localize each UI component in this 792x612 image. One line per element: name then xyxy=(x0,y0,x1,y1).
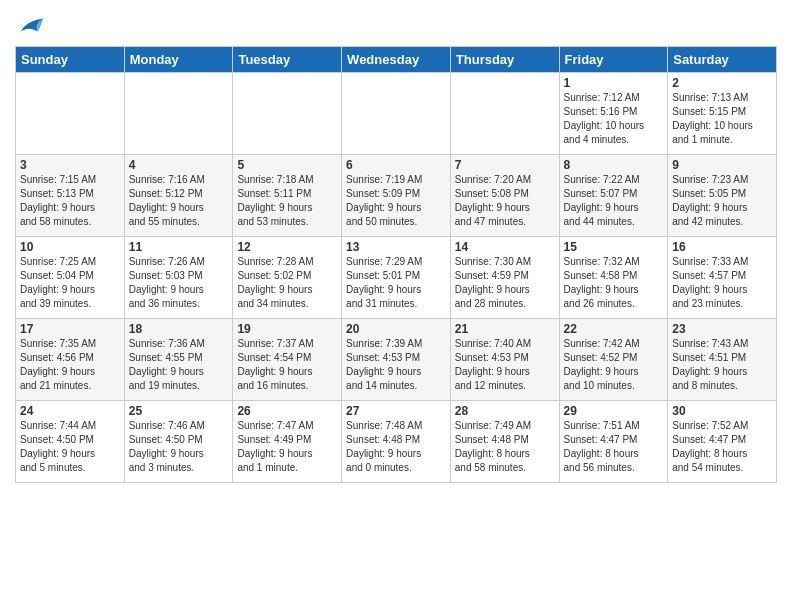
day-info: Sunrise: 7:18 AM Sunset: 5:11 PM Dayligh… xyxy=(237,173,337,229)
day-number: 14 xyxy=(455,240,555,254)
day-info: Sunrise: 7:28 AM Sunset: 5:02 PM Dayligh… xyxy=(237,255,337,311)
day-cell: 24Sunrise: 7:44 AM Sunset: 4:50 PM Dayli… xyxy=(16,401,125,483)
day-info: Sunrise: 7:30 AM Sunset: 4:59 PM Dayligh… xyxy=(455,255,555,311)
page-container: SundayMondayTuesdayWednesdayThursdayFrid… xyxy=(0,0,792,493)
day-info: Sunrise: 7:47 AM Sunset: 4:49 PM Dayligh… xyxy=(237,419,337,475)
day-cell: 6Sunrise: 7:19 AM Sunset: 5:09 PM Daylig… xyxy=(342,155,451,237)
day-cell: 23Sunrise: 7:43 AM Sunset: 4:51 PM Dayli… xyxy=(668,319,777,401)
day-cell: 18Sunrise: 7:36 AM Sunset: 4:55 PM Dayli… xyxy=(124,319,233,401)
day-number: 28 xyxy=(455,404,555,418)
day-info: Sunrise: 7:20 AM Sunset: 5:08 PM Dayligh… xyxy=(455,173,555,229)
day-cell xyxy=(342,73,451,155)
day-info: Sunrise: 7:15 AM Sunset: 5:13 PM Dayligh… xyxy=(20,173,120,229)
day-number: 7 xyxy=(455,158,555,172)
day-cell: 25Sunrise: 7:46 AM Sunset: 4:50 PM Dayli… xyxy=(124,401,233,483)
week-row-5: 24Sunrise: 7:44 AM Sunset: 4:50 PM Dayli… xyxy=(16,401,777,483)
weekday-header-friday: Friday xyxy=(559,47,668,73)
header xyxy=(15,10,777,38)
weekday-header-thursday: Thursday xyxy=(450,47,559,73)
day-cell: 11Sunrise: 7:26 AM Sunset: 5:03 PM Dayli… xyxy=(124,237,233,319)
day-info: Sunrise: 7:44 AM Sunset: 4:50 PM Dayligh… xyxy=(20,419,120,475)
day-info: Sunrise: 7:36 AM Sunset: 4:55 PM Dayligh… xyxy=(129,337,229,393)
day-info: Sunrise: 7:22 AM Sunset: 5:07 PM Dayligh… xyxy=(564,173,664,229)
day-number: 10 xyxy=(20,240,120,254)
day-cell: 5Sunrise: 7:18 AM Sunset: 5:11 PM Daylig… xyxy=(233,155,342,237)
day-cell: 10Sunrise: 7:25 AM Sunset: 5:04 PM Dayli… xyxy=(16,237,125,319)
day-number: 21 xyxy=(455,322,555,336)
day-info: Sunrise: 7:46 AM Sunset: 4:50 PM Dayligh… xyxy=(129,419,229,475)
day-number: 23 xyxy=(672,322,772,336)
day-number: 29 xyxy=(564,404,664,418)
day-info: Sunrise: 7:12 AM Sunset: 5:16 PM Dayligh… xyxy=(564,91,664,147)
day-number: 22 xyxy=(564,322,664,336)
day-info: Sunrise: 7:33 AM Sunset: 4:57 PM Dayligh… xyxy=(672,255,772,311)
day-number: 11 xyxy=(129,240,229,254)
day-cell: 15Sunrise: 7:32 AM Sunset: 4:58 PM Dayli… xyxy=(559,237,668,319)
day-info: Sunrise: 7:49 AM Sunset: 4:48 PM Dayligh… xyxy=(455,419,555,475)
day-number: 20 xyxy=(346,322,446,336)
week-row-4: 17Sunrise: 7:35 AM Sunset: 4:56 PM Dayli… xyxy=(16,319,777,401)
day-info: Sunrise: 7:48 AM Sunset: 4:48 PM Dayligh… xyxy=(346,419,446,475)
day-info: Sunrise: 7:43 AM Sunset: 4:51 PM Dayligh… xyxy=(672,337,772,393)
weekday-header-monday: Monday xyxy=(124,47,233,73)
day-cell: 17Sunrise: 7:35 AM Sunset: 4:56 PM Dayli… xyxy=(16,319,125,401)
week-row-1: 1Sunrise: 7:12 AM Sunset: 5:16 PM Daylig… xyxy=(16,73,777,155)
weekday-header-wednesday: Wednesday xyxy=(342,47,451,73)
day-cell xyxy=(450,73,559,155)
day-cell: 3Sunrise: 7:15 AM Sunset: 5:13 PM Daylig… xyxy=(16,155,125,237)
day-number: 17 xyxy=(20,322,120,336)
day-info: Sunrise: 7:16 AM Sunset: 5:12 PM Dayligh… xyxy=(129,173,229,229)
weekday-header-saturday: Saturday xyxy=(668,47,777,73)
day-number: 8 xyxy=(564,158,664,172)
day-info: Sunrise: 7:37 AM Sunset: 4:54 PM Dayligh… xyxy=(237,337,337,393)
day-info: Sunrise: 7:26 AM Sunset: 5:03 PM Dayligh… xyxy=(129,255,229,311)
day-info: Sunrise: 7:42 AM Sunset: 4:52 PM Dayligh… xyxy=(564,337,664,393)
day-info: Sunrise: 7:13 AM Sunset: 5:15 PM Dayligh… xyxy=(672,91,772,147)
day-info: Sunrise: 7:25 AM Sunset: 5:04 PM Dayligh… xyxy=(20,255,120,311)
week-row-3: 10Sunrise: 7:25 AM Sunset: 5:04 PM Dayli… xyxy=(16,237,777,319)
weekday-header-sunday: Sunday xyxy=(16,47,125,73)
day-cell: 30Sunrise: 7:52 AM Sunset: 4:47 PM Dayli… xyxy=(668,401,777,483)
day-cell: 26Sunrise: 7:47 AM Sunset: 4:49 PM Dayli… xyxy=(233,401,342,483)
day-info: Sunrise: 7:51 AM Sunset: 4:47 PM Dayligh… xyxy=(564,419,664,475)
day-cell: 22Sunrise: 7:42 AM Sunset: 4:52 PM Dayli… xyxy=(559,319,668,401)
day-cell: 19Sunrise: 7:37 AM Sunset: 4:54 PM Dayli… xyxy=(233,319,342,401)
day-number: 9 xyxy=(672,158,772,172)
calendar-table: SundayMondayTuesdayWednesdayThursdayFrid… xyxy=(15,46,777,483)
day-cell: 21Sunrise: 7:40 AM Sunset: 4:53 PM Dayli… xyxy=(450,319,559,401)
day-number: 25 xyxy=(129,404,229,418)
day-number: 5 xyxy=(237,158,337,172)
weekday-header-row: SundayMondayTuesdayWednesdayThursdayFrid… xyxy=(16,47,777,73)
day-cell: 8Sunrise: 7:22 AM Sunset: 5:07 PM Daylig… xyxy=(559,155,668,237)
day-cell: 20Sunrise: 7:39 AM Sunset: 4:53 PM Dayli… xyxy=(342,319,451,401)
day-cell: 14Sunrise: 7:30 AM Sunset: 4:59 PM Dayli… xyxy=(450,237,559,319)
day-cell: 27Sunrise: 7:48 AM Sunset: 4:48 PM Dayli… xyxy=(342,401,451,483)
day-number: 1 xyxy=(564,76,664,90)
day-number: 24 xyxy=(20,404,120,418)
day-info: Sunrise: 7:19 AM Sunset: 5:09 PM Dayligh… xyxy=(346,173,446,229)
day-number: 3 xyxy=(20,158,120,172)
day-number: 27 xyxy=(346,404,446,418)
day-info: Sunrise: 7:35 AM Sunset: 4:56 PM Dayligh… xyxy=(20,337,120,393)
day-number: 26 xyxy=(237,404,337,418)
day-number: 15 xyxy=(564,240,664,254)
day-cell: 7Sunrise: 7:20 AM Sunset: 5:08 PM Daylig… xyxy=(450,155,559,237)
day-cell: 13Sunrise: 7:29 AM Sunset: 5:01 PM Dayli… xyxy=(342,237,451,319)
day-info: Sunrise: 7:29 AM Sunset: 5:01 PM Dayligh… xyxy=(346,255,446,311)
day-cell: 4Sunrise: 7:16 AM Sunset: 5:12 PM Daylig… xyxy=(124,155,233,237)
day-number: 6 xyxy=(346,158,446,172)
day-number: 4 xyxy=(129,158,229,172)
day-cell xyxy=(124,73,233,155)
day-number: 13 xyxy=(346,240,446,254)
day-info: Sunrise: 7:40 AM Sunset: 4:53 PM Dayligh… xyxy=(455,337,555,393)
day-cell: 1Sunrise: 7:12 AM Sunset: 5:16 PM Daylig… xyxy=(559,73,668,155)
day-number: 18 xyxy=(129,322,229,336)
logo-bird-icon xyxy=(17,14,45,38)
day-cell: 2Sunrise: 7:13 AM Sunset: 5:15 PM Daylig… xyxy=(668,73,777,155)
day-info: Sunrise: 7:23 AM Sunset: 5:05 PM Dayligh… xyxy=(672,173,772,229)
day-cell: 9Sunrise: 7:23 AM Sunset: 5:05 PM Daylig… xyxy=(668,155,777,237)
day-cell xyxy=(233,73,342,155)
day-cell: 29Sunrise: 7:51 AM Sunset: 4:47 PM Dayli… xyxy=(559,401,668,483)
day-number: 2 xyxy=(672,76,772,90)
day-info: Sunrise: 7:39 AM Sunset: 4:53 PM Dayligh… xyxy=(346,337,446,393)
